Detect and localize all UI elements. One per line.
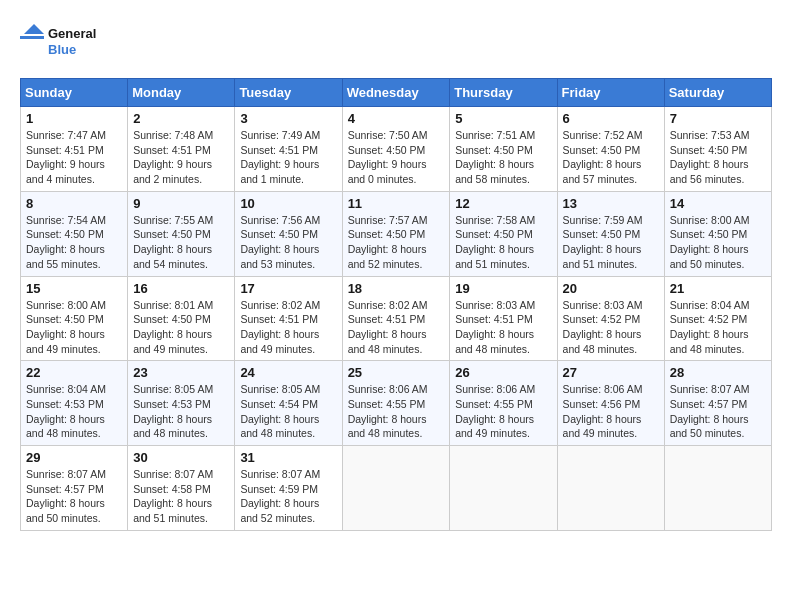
calendar-cell: 20Sunrise: 8:03 AM Sunset: 4:52 PM Dayli… bbox=[557, 276, 664, 361]
weekday-header: Tuesday bbox=[235, 79, 342, 107]
day-info: Sunrise: 8:06 AM Sunset: 4:55 PM Dayligh… bbox=[348, 382, 445, 441]
calendar-cell: 5Sunrise: 7:51 AM Sunset: 4:50 PM Daylig… bbox=[450, 107, 557, 192]
day-number: 24 bbox=[240, 365, 336, 380]
day-number: 31 bbox=[240, 450, 336, 465]
logo: General Blue bbox=[20, 20, 110, 62]
calendar-cell: 28Sunrise: 8:07 AM Sunset: 4:57 PM Dayli… bbox=[664, 361, 771, 446]
calendar-cell: 14Sunrise: 8:00 AM Sunset: 4:50 PM Dayli… bbox=[664, 191, 771, 276]
svg-text:General: General bbox=[48, 26, 96, 41]
day-info: Sunrise: 8:07 AM Sunset: 4:57 PM Dayligh… bbox=[26, 467, 122, 526]
calendar-cell: 18Sunrise: 8:02 AM Sunset: 4:51 PM Dayli… bbox=[342, 276, 450, 361]
day-info: Sunrise: 7:54 AM Sunset: 4:50 PM Dayligh… bbox=[26, 213, 122, 272]
day-number: 10 bbox=[240, 196, 336, 211]
calendar-cell: 6Sunrise: 7:52 AM Sunset: 4:50 PM Daylig… bbox=[557, 107, 664, 192]
day-info: Sunrise: 8:02 AM Sunset: 4:51 PM Dayligh… bbox=[348, 298, 445, 357]
svg-text:Blue: Blue bbox=[48, 42, 76, 57]
weekday-header: Wednesday bbox=[342, 79, 450, 107]
day-number: 3 bbox=[240, 111, 336, 126]
calendar-week-row: 22Sunrise: 8:04 AM Sunset: 4:53 PM Dayli… bbox=[21, 361, 772, 446]
day-number: 12 bbox=[455, 196, 551, 211]
day-info: Sunrise: 8:04 AM Sunset: 4:52 PM Dayligh… bbox=[670, 298, 766, 357]
day-info: Sunrise: 8:06 AM Sunset: 4:55 PM Dayligh… bbox=[455, 382, 551, 441]
day-number: 8 bbox=[26, 196, 122, 211]
day-number: 20 bbox=[563, 281, 659, 296]
weekday-header: Sunday bbox=[21, 79, 128, 107]
day-info: Sunrise: 7:50 AM Sunset: 4:50 PM Dayligh… bbox=[348, 128, 445, 187]
calendar-cell: 13Sunrise: 7:59 AM Sunset: 4:50 PM Dayli… bbox=[557, 191, 664, 276]
day-number: 26 bbox=[455, 365, 551, 380]
day-info: Sunrise: 7:47 AM Sunset: 4:51 PM Dayligh… bbox=[26, 128, 122, 187]
day-number: 5 bbox=[455, 111, 551, 126]
day-info: Sunrise: 7:51 AM Sunset: 4:50 PM Dayligh… bbox=[455, 128, 551, 187]
calendar-cell: 2Sunrise: 7:48 AM Sunset: 4:51 PM Daylig… bbox=[128, 107, 235, 192]
day-number: 14 bbox=[670, 196, 766, 211]
header: General Blue bbox=[20, 20, 772, 62]
day-number: 16 bbox=[133, 281, 229, 296]
calendar-week-row: 29Sunrise: 8:07 AM Sunset: 4:57 PM Dayli… bbox=[21, 446, 772, 531]
day-info: Sunrise: 8:06 AM Sunset: 4:56 PM Dayligh… bbox=[563, 382, 659, 441]
calendar-header-row: SundayMondayTuesdayWednesdayThursdayFrid… bbox=[21, 79, 772, 107]
day-info: Sunrise: 7:55 AM Sunset: 4:50 PM Dayligh… bbox=[133, 213, 229, 272]
calendar-cell: 31Sunrise: 8:07 AM Sunset: 4:59 PM Dayli… bbox=[235, 446, 342, 531]
day-info: Sunrise: 7:53 AM Sunset: 4:50 PM Dayligh… bbox=[670, 128, 766, 187]
day-number: 23 bbox=[133, 365, 229, 380]
calendar-cell: 30Sunrise: 8:07 AM Sunset: 4:58 PM Dayli… bbox=[128, 446, 235, 531]
calendar-week-row: 1Sunrise: 7:47 AM Sunset: 4:51 PM Daylig… bbox=[21, 107, 772, 192]
calendar-cell: 19Sunrise: 8:03 AM Sunset: 4:51 PM Dayli… bbox=[450, 276, 557, 361]
calendar-week-row: 8Sunrise: 7:54 AM Sunset: 4:50 PM Daylig… bbox=[21, 191, 772, 276]
day-number: 18 bbox=[348, 281, 445, 296]
calendar-cell: 7Sunrise: 7:53 AM Sunset: 4:50 PM Daylig… bbox=[664, 107, 771, 192]
calendar-cell: 26Sunrise: 8:06 AM Sunset: 4:55 PM Dayli… bbox=[450, 361, 557, 446]
day-info: Sunrise: 8:05 AM Sunset: 4:53 PM Dayligh… bbox=[133, 382, 229, 441]
day-number: 1 bbox=[26, 111, 122, 126]
day-number: 28 bbox=[670, 365, 766, 380]
day-number: 9 bbox=[133, 196, 229, 211]
day-info: Sunrise: 7:52 AM Sunset: 4:50 PM Dayligh… bbox=[563, 128, 659, 187]
day-info: Sunrise: 8:07 AM Sunset: 4:59 PM Dayligh… bbox=[240, 467, 336, 526]
day-number: 17 bbox=[240, 281, 336, 296]
day-info: Sunrise: 7:59 AM Sunset: 4:50 PM Dayligh… bbox=[563, 213, 659, 272]
calendar-cell: 21Sunrise: 8:04 AM Sunset: 4:52 PM Dayli… bbox=[664, 276, 771, 361]
calendar-cell: 22Sunrise: 8:04 AM Sunset: 4:53 PM Dayli… bbox=[21, 361, 128, 446]
day-info: Sunrise: 8:07 AM Sunset: 4:57 PM Dayligh… bbox=[670, 382, 766, 441]
calendar-cell: 27Sunrise: 8:06 AM Sunset: 4:56 PM Dayli… bbox=[557, 361, 664, 446]
day-number: 11 bbox=[348, 196, 445, 211]
day-number: 27 bbox=[563, 365, 659, 380]
day-info: Sunrise: 7:48 AM Sunset: 4:51 PM Dayligh… bbox=[133, 128, 229, 187]
calendar-cell: 4Sunrise: 7:50 AM Sunset: 4:50 PM Daylig… bbox=[342, 107, 450, 192]
calendar-cell: 29Sunrise: 8:07 AM Sunset: 4:57 PM Dayli… bbox=[21, 446, 128, 531]
calendar-cell: 10Sunrise: 7:56 AM Sunset: 4:50 PM Dayli… bbox=[235, 191, 342, 276]
calendar-cell bbox=[557, 446, 664, 531]
weekday-header: Saturday bbox=[664, 79, 771, 107]
day-info: Sunrise: 7:57 AM Sunset: 4:50 PM Dayligh… bbox=[348, 213, 445, 272]
day-info: Sunrise: 7:56 AM Sunset: 4:50 PM Dayligh… bbox=[240, 213, 336, 272]
calendar-table: SundayMondayTuesdayWednesdayThursdayFrid… bbox=[20, 78, 772, 531]
weekday-header: Thursday bbox=[450, 79, 557, 107]
day-info: Sunrise: 8:02 AM Sunset: 4:51 PM Dayligh… bbox=[240, 298, 336, 357]
calendar-cell: 9Sunrise: 7:55 AM Sunset: 4:50 PM Daylig… bbox=[128, 191, 235, 276]
day-info: Sunrise: 8:00 AM Sunset: 4:50 PM Dayligh… bbox=[26, 298, 122, 357]
day-number: 22 bbox=[26, 365, 122, 380]
calendar-cell: 15Sunrise: 8:00 AM Sunset: 4:50 PM Dayli… bbox=[21, 276, 128, 361]
day-number: 6 bbox=[563, 111, 659, 126]
calendar-cell: 25Sunrise: 8:06 AM Sunset: 4:55 PM Dayli… bbox=[342, 361, 450, 446]
calendar-cell bbox=[664, 446, 771, 531]
day-info: Sunrise: 8:04 AM Sunset: 4:53 PM Dayligh… bbox=[26, 382, 122, 441]
day-number: 15 bbox=[26, 281, 122, 296]
calendar-cell: 17Sunrise: 8:02 AM Sunset: 4:51 PM Dayli… bbox=[235, 276, 342, 361]
calendar-cell: 1Sunrise: 7:47 AM Sunset: 4:51 PM Daylig… bbox=[21, 107, 128, 192]
day-number: 13 bbox=[563, 196, 659, 211]
day-number: 4 bbox=[348, 111, 445, 126]
calendar-cell bbox=[450, 446, 557, 531]
day-number: 29 bbox=[26, 450, 122, 465]
weekday-header: Monday bbox=[128, 79, 235, 107]
calendar-cell: 3Sunrise: 7:49 AM Sunset: 4:51 PM Daylig… bbox=[235, 107, 342, 192]
day-number: 19 bbox=[455, 281, 551, 296]
calendar-cell bbox=[342, 446, 450, 531]
calendar-cell: 11Sunrise: 7:57 AM Sunset: 4:50 PM Dayli… bbox=[342, 191, 450, 276]
logo-svg: General Blue bbox=[20, 20, 110, 62]
svg-marker-2 bbox=[24, 24, 44, 34]
day-info: Sunrise: 8:07 AM Sunset: 4:58 PM Dayligh… bbox=[133, 467, 229, 526]
day-info: Sunrise: 8:01 AM Sunset: 4:50 PM Dayligh… bbox=[133, 298, 229, 357]
day-info: Sunrise: 8:05 AM Sunset: 4:54 PM Dayligh… bbox=[240, 382, 336, 441]
